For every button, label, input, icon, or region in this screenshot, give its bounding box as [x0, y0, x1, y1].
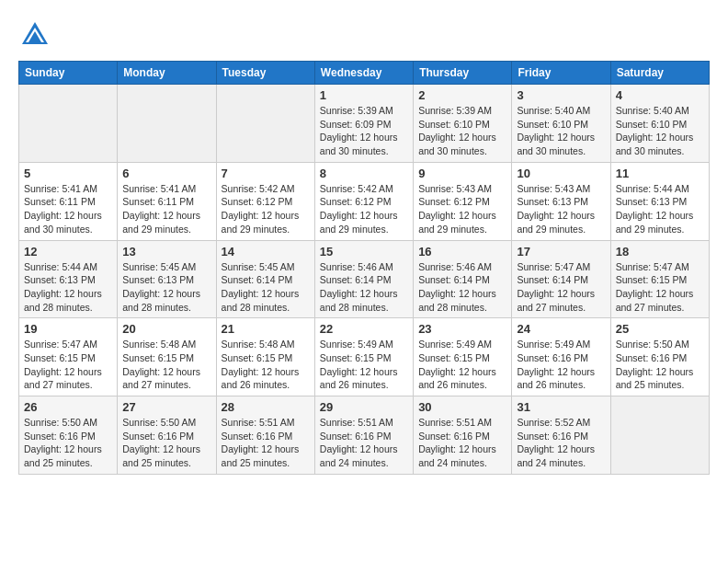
- day-detail: Sunrise: 5:52 AM Sunset: 6:16 PM Dayligh…: [517, 416, 605, 470]
- day-detail: Sunrise: 5:51 AM Sunset: 6:16 PM Dayligh…: [320, 416, 408, 470]
- day-number: 26: [24, 400, 112, 414]
- day-number: 30: [418, 400, 506, 414]
- day-number: 5: [24, 167, 112, 180]
- day-number: 24: [517, 322, 605, 336]
- day-detail: Sunrise: 5:44 AM Sunset: 6:13 PM Dayligh…: [616, 182, 704, 236]
- weekday-header-friday: Friday: [512, 62, 610, 85]
- day-number: 25: [616, 322, 704, 336]
- week-row-3: 12Sunrise: 5:44 AM Sunset: 6:13 PM Dayli…: [19, 240, 710, 318]
- day-number: 4: [616, 88, 704, 102]
- day-number: 21: [222, 322, 310, 336]
- day-number: 13: [122, 245, 210, 259]
- day-cell: 5Sunrise: 5:41 AM Sunset: 6:11 PM Daylig…: [19, 162, 118, 240]
- day-cell: 13Sunrise: 5:45 AM Sunset: 6:13 PM Dayli…: [118, 240, 216, 318]
- day-number: 1: [320, 88, 408, 102]
- day-detail: Sunrise: 5:49 AM Sunset: 6:15 PM Dayligh…: [320, 338, 408, 392]
- day-cell: 1Sunrise: 5:39 AM Sunset: 6:09 PM Daylig…: [314, 85, 413, 163]
- day-detail: Sunrise: 5:42 AM Sunset: 6:12 PM Dayligh…: [222, 182, 310, 236]
- day-number: 16: [418, 245, 506, 259]
- day-detail: Sunrise: 5:50 AM Sunset: 6:16 PM Dayligh…: [616, 338, 704, 392]
- day-cell: 24Sunrise: 5:49 AM Sunset: 6:16 PM Dayli…: [512, 318, 610, 396]
- day-detail: Sunrise: 5:49 AM Sunset: 6:16 PM Dayligh…: [517, 338, 605, 392]
- day-cell: [118, 85, 216, 163]
- day-cell: 12Sunrise: 5:44 AM Sunset: 6:13 PM Dayli…: [19, 240, 118, 318]
- day-number: 15: [320, 245, 408, 259]
- day-number: 28: [222, 400, 310, 414]
- day-cell: 31Sunrise: 5:52 AM Sunset: 6:16 PM Dayli…: [512, 396, 610, 475]
- week-row-4: 19Sunrise: 5:47 AM Sunset: 6:15 PM Dayli…: [19, 318, 710, 396]
- day-number: 14: [222, 245, 310, 259]
- day-cell: 3Sunrise: 5:40 AM Sunset: 6:10 PM Daylig…: [512, 85, 610, 163]
- day-cell: 27Sunrise: 5:50 AM Sunset: 6:16 PM Dayli…: [118, 396, 216, 475]
- day-number: 12: [24, 245, 112, 259]
- day-number: 27: [122, 400, 210, 414]
- weekday-header-thursday: Thursday: [414, 62, 512, 85]
- day-cell: 26Sunrise: 5:50 AM Sunset: 6:16 PM Dayli…: [19, 396, 118, 475]
- day-cell: 7Sunrise: 5:42 AM Sunset: 6:12 PM Daylig…: [216, 162, 314, 240]
- day-number: 3: [517, 88, 605, 102]
- day-cell: 19Sunrise: 5:47 AM Sunset: 6:15 PM Dayli…: [19, 318, 118, 396]
- day-cell: 2Sunrise: 5:39 AM Sunset: 6:10 PM Daylig…: [414, 85, 512, 163]
- day-cell: 17Sunrise: 5:47 AM Sunset: 6:14 PM Dayli…: [512, 240, 610, 318]
- day-cell: 14Sunrise: 5:45 AM Sunset: 6:14 PM Dayli…: [216, 240, 314, 318]
- day-cell: 16Sunrise: 5:46 AM Sunset: 6:14 PM Dayli…: [414, 240, 512, 318]
- day-cell: 9Sunrise: 5:43 AM Sunset: 6:12 PM Daylig…: [414, 162, 512, 240]
- day-number: 22: [320, 322, 408, 336]
- day-detail: Sunrise: 5:46 AM Sunset: 6:14 PM Dayligh…: [418, 260, 506, 315]
- day-cell: 18Sunrise: 5:47 AM Sunset: 6:15 PM Dayli…: [610, 240, 709, 318]
- day-number: 2: [418, 88, 506, 102]
- day-detail: Sunrise: 5:42 AM Sunset: 6:12 PM Dayligh…: [320, 182, 408, 236]
- day-number: 31: [517, 400, 605, 414]
- calendar-body: 1Sunrise: 5:39 AM Sunset: 6:09 PM Daylig…: [19, 85, 710, 475]
- weekday-header-sunday: Sunday: [19, 62, 118, 85]
- day-number: 7: [222, 167, 310, 180]
- day-number: 20: [122, 322, 210, 336]
- day-number: 23: [418, 322, 506, 336]
- day-cell: 8Sunrise: 5:42 AM Sunset: 6:12 PM Daylig…: [314, 162, 413, 240]
- day-cell: 25Sunrise: 5:50 AM Sunset: 6:16 PM Dayli…: [610, 318, 709, 396]
- day-detail: Sunrise: 5:50 AM Sunset: 6:16 PM Dayligh…: [24, 416, 112, 470]
- day-cell: 10Sunrise: 5:43 AM Sunset: 6:13 PM Dayli…: [512, 162, 610, 240]
- day-cell: [610, 396, 709, 475]
- day-detail: Sunrise: 5:40 AM Sunset: 6:10 PM Dayligh…: [616, 104, 704, 158]
- day-cell: 15Sunrise: 5:46 AM Sunset: 6:14 PM Dayli…: [314, 240, 413, 318]
- day-detail: Sunrise: 5:40 AM Sunset: 6:10 PM Dayligh…: [517, 104, 605, 158]
- weekday-header-wednesday: Wednesday: [314, 62, 413, 85]
- day-detail: Sunrise: 5:49 AM Sunset: 6:15 PM Dayligh…: [418, 338, 506, 392]
- day-detail: Sunrise: 5:41 AM Sunset: 6:11 PM Dayligh…: [122, 182, 210, 236]
- day-detail: Sunrise: 5:41 AM Sunset: 6:11 PM Dayligh…: [24, 182, 112, 236]
- day-cell: 30Sunrise: 5:51 AM Sunset: 6:16 PM Dayli…: [414, 396, 512, 475]
- logo: [18, 18, 55, 52]
- day-detail: Sunrise: 5:50 AM Sunset: 6:16 PM Dayligh…: [122, 416, 210, 470]
- day-cell: 23Sunrise: 5:49 AM Sunset: 6:15 PM Dayli…: [414, 318, 512, 396]
- day-detail: Sunrise: 5:48 AM Sunset: 6:15 PM Dayligh…: [222, 338, 310, 392]
- day-detail: Sunrise: 5:39 AM Sunset: 6:09 PM Dayligh…: [320, 104, 408, 158]
- day-cell: 29Sunrise: 5:51 AM Sunset: 6:16 PM Dayli…: [314, 396, 413, 475]
- day-number: 19: [24, 322, 112, 336]
- weekday-header-row: SundayMondayTuesdayWednesdayThursdayFrid…: [19, 62, 710, 85]
- day-number: 17: [517, 245, 605, 259]
- day-cell: 22Sunrise: 5:49 AM Sunset: 6:15 PM Dayli…: [314, 318, 413, 396]
- day-detail: Sunrise: 5:45 AM Sunset: 6:13 PM Dayligh…: [122, 260, 210, 315]
- day-number: 9: [418, 167, 506, 180]
- day-cell: 28Sunrise: 5:51 AM Sunset: 6:16 PM Dayli…: [216, 396, 314, 475]
- week-row-5: 26Sunrise: 5:50 AM Sunset: 6:16 PM Dayli…: [19, 396, 710, 475]
- page-header: [18, 18, 710, 52]
- day-number: 8: [320, 167, 408, 180]
- day-cell: 4Sunrise: 5:40 AM Sunset: 6:10 PM Daylig…: [610, 85, 709, 163]
- day-cell: [216, 85, 314, 163]
- day-detail: Sunrise: 5:44 AM Sunset: 6:13 PM Dayligh…: [24, 260, 112, 315]
- day-number: 6: [122, 167, 210, 180]
- day-cell: 21Sunrise: 5:48 AM Sunset: 6:15 PM Dayli…: [216, 318, 314, 396]
- day-detail: Sunrise: 5:47 AM Sunset: 6:15 PM Dayligh…: [24, 338, 112, 392]
- day-detail: Sunrise: 5:43 AM Sunset: 6:12 PM Dayligh…: [418, 182, 506, 236]
- week-row-2: 5Sunrise: 5:41 AM Sunset: 6:11 PM Daylig…: [19, 162, 710, 240]
- day-cell: 6Sunrise: 5:41 AM Sunset: 6:11 PM Daylig…: [118, 162, 216, 240]
- day-detail: Sunrise: 5:47 AM Sunset: 6:15 PM Dayligh…: [616, 260, 704, 315]
- week-row-1: 1Sunrise: 5:39 AM Sunset: 6:09 PM Daylig…: [19, 85, 710, 163]
- calendar-table: SundayMondayTuesdayWednesdayThursdayFrid…: [18, 61, 710, 475]
- day-number: 18: [616, 245, 704, 259]
- day-detail: Sunrise: 5:45 AM Sunset: 6:14 PM Dayligh…: [222, 260, 310, 315]
- calendar-header: SundayMondayTuesdayWednesdayThursdayFrid…: [19, 62, 710, 85]
- day-detail: Sunrise: 5:39 AM Sunset: 6:10 PM Dayligh…: [418, 104, 506, 158]
